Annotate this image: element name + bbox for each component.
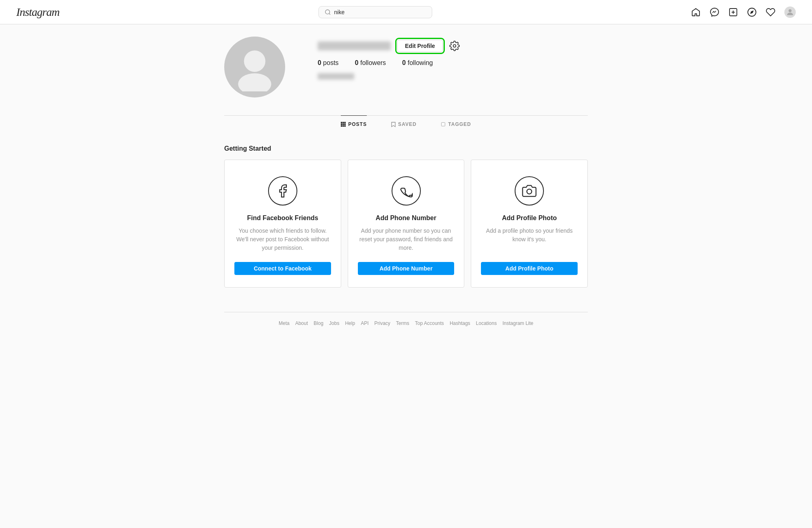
photo-card-desc: Add a profile photo so your friends know… (481, 227, 578, 252)
footer-link-jobs[interactable]: Jobs (329, 320, 339, 326)
cards-row: Find Facebook Friends You choose which f… (224, 160, 588, 288)
svg-point-9 (238, 74, 271, 91)
profile-avatar-image (230, 43, 279, 91)
footer-link-top-accounts[interactable]: Top Accounts (415, 320, 444, 326)
phone-card: Add Phone Number Add your phone number s… (348, 160, 465, 288)
photo-card: Add Profile Photo Add a profile photo so… (471, 160, 588, 288)
followers-stat[interactable]: 0 followers (355, 59, 386, 67)
search-input[interactable] (334, 9, 426, 15)
profile-header: Edit Profile 0 posts 0 followers (224, 37, 588, 97)
svg-point-10 (453, 45, 456, 48)
messenger-icon[interactable] (710, 7, 719, 17)
settings-icon[interactable] (449, 41, 460, 51)
svg-point-7 (788, 9, 791, 12)
bookmark-icon (391, 122, 396, 127)
phone-card-desc: Add your phone number so you can reset y… (358, 227, 455, 252)
main-content: Edit Profile 0 posts 0 followers (216, 24, 596, 338)
svg-rect-17 (341, 126, 342, 127)
camera-icon (522, 184, 537, 198)
facebook-icon (275, 184, 290, 198)
posts-stat: 0 posts (318, 59, 339, 67)
footer-link-blog[interactable]: Blog (314, 320, 323, 326)
new-post-icon[interactable] (728, 7, 738, 17)
tab-saved[interactable]: SAVED (391, 115, 416, 133)
svg-rect-13 (344, 122, 346, 123)
tag-icon (441, 122, 446, 127)
search-bar (318, 6, 432, 18)
footer-link-terms[interactable]: Terms (396, 320, 409, 326)
profile-top-row: Edit Profile (318, 40, 588, 52)
svg-rect-12 (342, 122, 344, 123)
tab-tagged-label: TAGGED (448, 121, 471, 127)
footer-link-privacy[interactable]: Privacy (374, 320, 390, 326)
svg-rect-18 (342, 126, 344, 127)
profile-stats: 0 posts 0 followers 0 following (318, 59, 588, 67)
svg-rect-19 (344, 126, 346, 127)
profile-info: Edit Profile 0 posts 0 followers (318, 37, 588, 80)
home-icon[interactable] (691, 7, 701, 17)
camera-icon-circle (515, 176, 544, 206)
footer-link-about[interactable]: About (295, 320, 308, 326)
footer-link-help[interactable]: Help (345, 320, 355, 326)
getting-started-section: Getting Started Find Facebook Friends Yo… (224, 133, 588, 296)
facebook-card: Find Facebook Friends You choose which f… (224, 160, 341, 288)
phone-icon (399, 184, 414, 198)
getting-started-title: Getting Started (224, 145, 588, 152)
footer-link-meta[interactable]: Meta (279, 320, 290, 326)
phone-icon-circle (392, 176, 421, 206)
following-stat[interactable]: 0 following (402, 59, 433, 67)
heart-icon[interactable] (766, 7, 775, 17)
grid-icon (341, 122, 346, 127)
tab-posts-label: POSTS (348, 121, 367, 127)
footer-link-api[interactable]: API (361, 320, 368, 326)
svg-rect-15 (342, 123, 344, 125)
svg-marker-6 (750, 10, 754, 13)
facebook-card-title: Find Facebook Friends (247, 214, 318, 222)
footer-link-hashtags[interactable]: Hashtags (450, 320, 470, 326)
header-icons (691, 6, 796, 18)
tab-saved-label: SAVED (398, 121, 416, 127)
footer-link-instagram-lite[interactable]: Instagram Lite (502, 320, 533, 326)
header: Instagram (0, 0, 812, 24)
following-label: following (407, 59, 433, 66)
profile-avatar (224, 37, 285, 97)
svg-point-8 (244, 50, 266, 72)
footer: Meta About Blog Jobs Help API Privacy Te… (224, 312, 588, 338)
instagram-logo[interactable]: Instagram (16, 6, 59, 19)
facebook-card-desc: You choose which friends to follow. We'l… (234, 227, 331, 252)
tab-tagged[interactable]: TAGGED (441, 115, 471, 133)
svg-line-1 (329, 13, 330, 15)
profile-tabs: POSTS SAVED TAGGED (224, 116, 588, 133)
svg-rect-11 (341, 122, 342, 123)
footer-link-locations[interactable]: Locations (476, 320, 497, 326)
profile-username (318, 41, 391, 50)
connect-facebook-button[interactable]: Connect to Facebook (234, 262, 331, 275)
photo-card-title: Add Profile Photo (502, 214, 557, 222)
edit-profile-button[interactable]: Edit Profile (397, 40, 443, 52)
svg-point-21 (527, 189, 532, 194)
svg-rect-16 (344, 123, 346, 125)
svg-point-0 (325, 10, 330, 14)
explore-icon[interactable] (747, 7, 757, 17)
search-icon (325, 9, 331, 15)
phone-card-title: Add Phone Number (376, 214, 436, 222)
add-photo-button[interactable]: Add Profile Photo (481, 262, 578, 275)
posts-label: posts (323, 59, 338, 66)
facebook-icon-circle (268, 176, 297, 206)
profile-full-name (318, 73, 354, 80)
add-phone-button[interactable]: Add Phone Number (358, 262, 455, 275)
tab-posts[interactable]: POSTS (341, 115, 367, 133)
followers-label: followers (360, 59, 386, 66)
svg-rect-14 (341, 123, 342, 125)
user-avatar[interactable] (784, 6, 796, 18)
